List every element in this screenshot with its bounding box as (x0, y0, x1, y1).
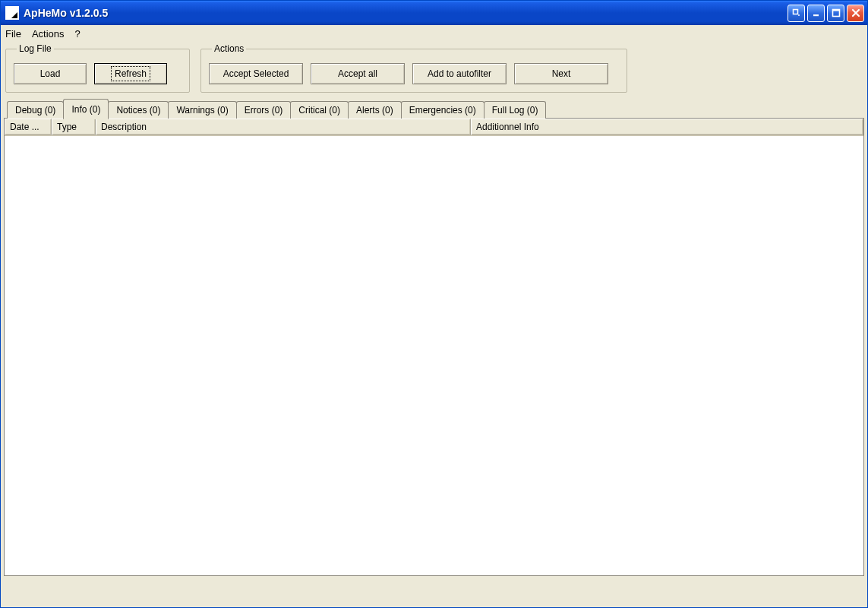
app-icon (5, 6, 19, 20)
group-log-file: Log File Load Refresh (5, 43, 190, 93)
svg-rect-0 (793, 10, 797, 14)
menu-help[interactable]: ? (75, 28, 80, 40)
menu-file[interactable]: File (5, 28, 21, 40)
tab-emergencies[interactable]: Emergencies (0) (401, 101, 485, 119)
svg-rect-4 (832, 10, 839, 11)
log-list-headers: Date ... Type Description Additionnel In… (5, 119, 863, 136)
tab-debug[interactable]: Debug (0) (7, 101, 64, 119)
accept-all-button[interactable]: Accept all (311, 63, 405, 84)
window-title: ApHeMo v1.2.0.5 (24, 7, 108, 19)
maximize-icon (832, 8, 841, 17)
maximize-button[interactable] (827, 5, 844, 22)
tab-info[interactable]: Info (0) (63, 99, 109, 119)
tab-critical[interactable]: Critical (0) (290, 101, 349, 119)
menu-actions[interactable]: Actions (32, 28, 65, 40)
next-button[interactable]: Next (514, 63, 608, 84)
close-icon (851, 8, 860, 17)
group-actions: Actions Accept Selected Accept all Add t… (200, 43, 627, 93)
tab-strip: Debug (0) Info (0) Notices (0) Warnings … (4, 99, 864, 119)
window-extra-icon (792, 8, 801, 17)
load-button-label: Load (40, 68, 61, 79)
toolbar-groups: Log File Load Refresh Actions Accept Sel… (4, 42, 864, 97)
close-button[interactable] (847, 5, 864, 22)
refresh-button[interactable]: Refresh (94, 63, 167, 84)
client-area: Log File Load Refresh Actions Accept Sel… (1, 42, 867, 579)
minimize-button[interactable] (807, 5, 825, 22)
accept-selected-label: Accept Selected (223, 68, 289, 79)
window-extra-button[interactable] (788, 5, 805, 22)
load-button[interactable]: Load (14, 63, 87, 84)
svg-rect-2 (813, 14, 819, 16)
svg-point-1 (798, 14, 800, 16)
add-to-autofilter-button[interactable]: Add to autofilter (412, 63, 507, 84)
tab-warnings[interactable]: Warnings (0) (168, 101, 236, 119)
window-controls (788, 5, 864, 22)
log-list-body[interactable] (5, 136, 863, 575)
column-header-additional-info[interactable]: Additionnel Info (471, 119, 863, 135)
group-actions-legend: Actions (212, 43, 246, 54)
menu-bar: File Actions ? (1, 25, 867, 42)
tab-notices[interactable]: Notices (0) (108, 101, 169, 119)
accept-selected-button[interactable]: Accept Selected (209, 63, 303, 84)
tab-full-log[interactable]: Full Log (0) (484, 101, 547, 119)
column-header-date[interactable]: Date ... (5, 119, 52, 135)
column-header-description[interactable]: Description (96, 119, 471, 135)
title-bar: ApHeMo v1.2.0.5 (1, 1, 867, 25)
tab-errors[interactable]: Errors (0) (236, 101, 292, 119)
tab-alerts[interactable]: Alerts (0) (348, 101, 402, 119)
refresh-button-label: Refresh (113, 68, 148, 79)
next-label: Next (552, 68, 571, 79)
minimize-icon (812, 8, 821, 17)
accept-all-label: Accept all (338, 68, 377, 79)
log-list: Date ... Type Description Additionnel In… (4, 119, 864, 576)
column-header-type[interactable]: Type (52, 119, 96, 135)
group-log-file-legend: Log File (17, 43, 54, 54)
add-to-autofilter-label: Add to autofilter (428, 68, 491, 79)
